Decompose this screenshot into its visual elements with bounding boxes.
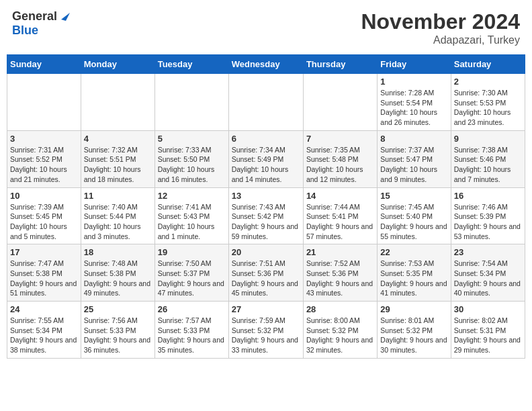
calendar-cell: 11Sunrise: 7:40 AM Sunset: 5:44 PM Dayli… (81, 187, 154, 244)
svg-marker-0 (61, 13, 70, 21)
day-info: Sunrise: 8:02 AM Sunset: 5:31 PM Dayligh… (454, 316, 522, 355)
calendar-cell (303, 74, 377, 131)
day-info: Sunrise: 8:01 AM Sunset: 5:32 PM Dayligh… (380, 316, 447, 355)
calendar-cell (7, 74, 81, 131)
day-info: Sunrise: 7:37 AM Sunset: 5:47 PM Dayligh… (380, 145, 447, 185)
calendar-day-header: Wednesday (228, 55, 303, 74)
calendar-week-row: 3Sunrise: 7:31 AM Sunset: 5:52 PM Daylig… (7, 130, 525, 187)
calendar-cell: 1Sunrise: 7:28 AM Sunset: 5:54 PM Daylig… (378, 74, 451, 131)
day-number: 7 (306, 134, 374, 144)
calendar-cell: 7Sunrise: 7:35 AM Sunset: 5:48 PM Daylig… (303, 130, 377, 187)
day-number: 8 (380, 134, 447, 144)
day-number: 1 (380, 77, 447, 87)
day-number: 12 (158, 191, 226, 201)
day-number: 4 (84, 134, 152, 144)
logo-general-text: General (12, 9, 57, 24)
calendar-cell: 12Sunrise: 7:41 AM Sunset: 5:43 PM Dayli… (154, 187, 228, 244)
day-info: Sunrise: 7:46 AM Sunset: 5:39 PM Dayligh… (454, 202, 522, 242)
location-title: Adapazari, Turkey (361, 34, 520, 46)
day-number: 15 (380, 191, 447, 201)
day-number: 16 (454, 191, 522, 201)
calendar-cell: 18Sunrise: 7:48 AM Sunset: 5:38 PM Dayli… (81, 244, 154, 302)
day-number: 9 (454, 134, 522, 144)
calendar-week-row: 24Sunrise: 7:55 AM Sunset: 5:34 PM Dayli… (7, 302, 525, 359)
calendar-cell: 27Sunrise: 7:59 AM Sunset: 5:32 PM Dayli… (228, 302, 303, 359)
month-title: November 2024 (361, 9, 520, 34)
day-info: Sunrise: 7:54 AM Sunset: 5:34 PM Dayligh… (454, 259, 522, 298)
calendar-cell: 13Sunrise: 7:43 AM Sunset: 5:42 PM Dayli… (228, 187, 303, 244)
day-number: 2 (454, 77, 522, 87)
calendar-cell: 15Sunrise: 7:45 AM Sunset: 5:40 PM Dayli… (378, 187, 451, 244)
calendar-cell: 9Sunrise: 7:38 AM Sunset: 5:46 PM Daylig… (451, 130, 525, 187)
calendar-cell: 22Sunrise: 7:53 AM Sunset: 5:35 PM Dayli… (378, 244, 451, 302)
day-number: 28 (306, 304, 374, 314)
day-info: Sunrise: 7:53 AM Sunset: 5:35 PM Dayligh… (380, 259, 447, 298)
calendar-cell: 29Sunrise: 8:01 AM Sunset: 5:32 PM Dayli… (378, 302, 451, 359)
title-area: November 2024 Adapazari, Turkey (361, 9, 520, 46)
calendar-cell (81, 74, 154, 131)
calendar-cell: 3Sunrise: 7:31 AM Sunset: 5:52 PM Daylig… (7, 130, 81, 187)
calendar-cell: 19Sunrise: 7:50 AM Sunset: 5:37 PM Dayli… (154, 244, 228, 302)
logo-blue-text: Blue (12, 24, 38, 38)
day-number: 22 (380, 247, 447, 257)
day-number: 19 (158, 247, 226, 257)
calendar-cell: 20Sunrise: 7:51 AM Sunset: 5:36 PM Dayli… (228, 244, 303, 302)
day-info: Sunrise: 7:34 AM Sunset: 5:49 PM Dayligh… (232, 145, 300, 185)
calendar-cell: 30Sunrise: 8:02 AM Sunset: 5:31 PM Dayli… (451, 302, 525, 359)
day-number: 20 (232, 247, 300, 257)
calendar-cell: 17Sunrise: 7:47 AM Sunset: 5:38 PM Dayli… (7, 244, 81, 302)
day-info: Sunrise: 7:40 AM Sunset: 5:44 PM Dayligh… (84, 202, 152, 242)
calendar-cell: 14Sunrise: 7:44 AM Sunset: 5:41 PM Dayli… (303, 187, 377, 244)
calendar-cell (228, 74, 303, 131)
calendar-header-row: SundayMondayTuesdayWednesdayThursdayFrid… (7, 55, 525, 74)
day-number: 5 (158, 134, 226, 144)
calendar-week-row: 17Sunrise: 7:47 AM Sunset: 5:38 PM Dayli… (7, 244, 525, 302)
day-info: Sunrise: 7:28 AM Sunset: 5:54 PM Dayligh… (380, 88, 447, 128)
logo-bird-icon (58, 10, 70, 22)
calendar-cell: 6Sunrise: 7:34 AM Sunset: 5:49 PM Daylig… (228, 130, 303, 187)
calendar-cell: 24Sunrise: 7:55 AM Sunset: 5:34 PM Dayli… (7, 302, 81, 359)
day-number: 24 (10, 304, 78, 314)
day-number: 10 (10, 191, 78, 201)
day-info: Sunrise: 7:38 AM Sunset: 5:46 PM Dayligh… (454, 145, 522, 185)
calendar-cell: 10Sunrise: 7:39 AM Sunset: 5:45 PM Dayli… (7, 187, 81, 244)
calendar-cell: 21Sunrise: 7:52 AM Sunset: 5:36 PM Dayli… (303, 244, 377, 302)
day-number: 6 (232, 134, 300, 144)
day-info: Sunrise: 7:56 AM Sunset: 5:33 PM Dayligh… (84, 316, 152, 355)
calendar-cell: 28Sunrise: 8:00 AM Sunset: 5:32 PM Dayli… (303, 302, 377, 359)
day-number: 18 (84, 247, 152, 257)
day-info: Sunrise: 7:39 AM Sunset: 5:45 PM Dayligh… (10, 202, 78, 242)
day-info: Sunrise: 7:48 AM Sunset: 5:38 PM Dayligh… (84, 259, 152, 298)
calendar-cell: 2Sunrise: 7:30 AM Sunset: 5:53 PM Daylig… (451, 74, 525, 131)
day-info: Sunrise: 7:41 AM Sunset: 5:43 PM Dayligh… (158, 202, 226, 242)
day-info: Sunrise: 7:31 AM Sunset: 5:52 PM Dayligh… (10, 145, 78, 185)
day-number: 21 (306, 247, 374, 257)
calendar-table: SundayMondayTuesdayWednesdayThursdayFrid… (7, 54, 525, 359)
day-number: 23 (454, 247, 522, 257)
calendar-cell (154, 74, 228, 131)
calendar-cell: 25Sunrise: 7:56 AM Sunset: 5:33 PM Dayli… (81, 302, 154, 359)
day-number: 13 (232, 191, 300, 201)
day-number: 30 (454, 304, 522, 314)
day-info: Sunrise: 7:44 AM Sunset: 5:41 PM Dayligh… (306, 202, 374, 242)
day-info: Sunrise: 7:57 AM Sunset: 5:33 PM Dayligh… (158, 316, 226, 355)
day-number: 25 (84, 304, 152, 314)
day-info: Sunrise: 8:00 AM Sunset: 5:32 PM Dayligh… (306, 316, 374, 355)
day-number: 17 (10, 247, 78, 257)
day-number: 27 (232, 304, 300, 314)
calendar-cell: 16Sunrise: 7:46 AM Sunset: 5:39 PM Dayli… (451, 187, 525, 244)
day-info: Sunrise: 7:47 AM Sunset: 5:38 PM Dayligh… (10, 259, 78, 298)
day-number: 3 (10, 134, 78, 144)
calendar-day-header: Thursday (303, 55, 377, 74)
day-number: 26 (158, 304, 226, 314)
calendar-week-row: 1Sunrise: 7:28 AM Sunset: 5:54 PM Daylig… (7, 74, 525, 131)
day-number: 29 (380, 304, 447, 314)
calendar-cell: 23Sunrise: 7:54 AM Sunset: 5:34 PM Dayli… (451, 244, 525, 302)
day-info: Sunrise: 7:43 AM Sunset: 5:42 PM Dayligh… (232, 202, 300, 242)
day-info: Sunrise: 7:30 AM Sunset: 5:53 PM Dayligh… (454, 88, 522, 128)
day-info: Sunrise: 7:55 AM Sunset: 5:34 PM Dayligh… (10, 316, 78, 355)
day-info: Sunrise: 7:50 AM Sunset: 5:37 PM Dayligh… (158, 259, 226, 298)
day-number: 11 (84, 191, 152, 201)
day-info: Sunrise: 7:35 AM Sunset: 5:48 PM Dayligh… (306, 145, 374, 185)
calendar-cell: 4Sunrise: 7:32 AM Sunset: 5:51 PM Daylig… (81, 130, 154, 187)
